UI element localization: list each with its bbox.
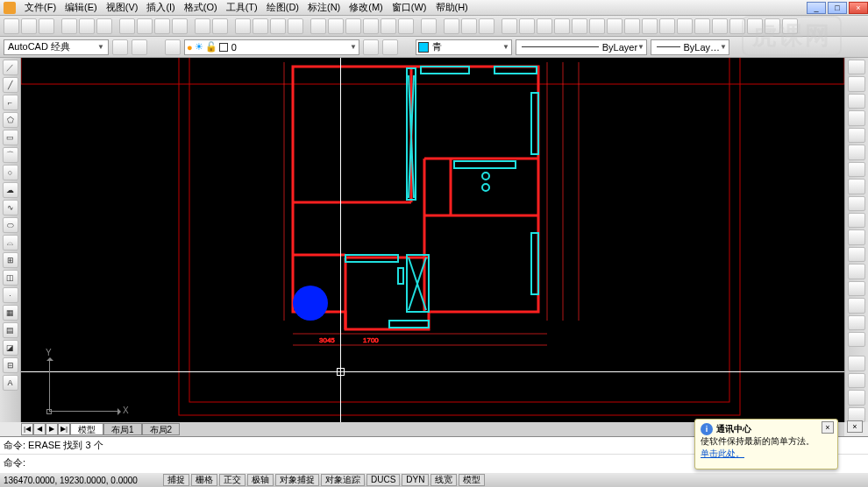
menu-help[interactable]: 帮助(H) xyxy=(432,1,472,14)
tab-model[interactable]: 模型 xyxy=(70,423,103,435)
lineweight-combo[interactable]: ByLay… ▼ xyxy=(651,39,729,55)
tab-nav-next-icon[interactable]: ▶ xyxy=(46,423,58,435)
xref-icon[interactable] xyxy=(461,18,477,34)
copy-obj-icon[interactable] xyxy=(848,76,865,91)
dim-update-icon[interactable] xyxy=(712,18,728,34)
extra-icon-a[interactable] xyxy=(729,18,745,34)
otrack-toggle[interactable]: 对象追踪 xyxy=(321,474,365,486)
toolpalette-icon[interactable] xyxy=(345,18,361,34)
dim-leader-icon[interactable] xyxy=(624,18,640,34)
menu-draw[interactable]: 绘图(D) xyxy=(263,1,302,14)
properties-icon[interactable] xyxy=(310,18,326,34)
ellipse-arc-icon[interactable]: ⌓ xyxy=(3,235,18,251)
arc-icon[interactable]: ⌒ xyxy=(3,147,18,163)
grid-toggle[interactable]: 栅格 xyxy=(191,474,217,486)
tab-nav-last-icon[interactable]: ▶| xyxy=(58,423,70,435)
mirror-icon[interactable] xyxy=(848,94,865,109)
erase-icon[interactable] xyxy=(848,60,865,74)
tray-close-button[interactable]: × xyxy=(847,420,863,433)
model-toggle[interactable]: 模型 xyxy=(459,474,485,486)
coordinates-display[interactable]: 136470.0000, 19230.0000, 0.0000 xyxy=(4,476,161,485)
break-at-point-icon[interactable] xyxy=(848,247,865,262)
dim-edit-icon[interactable] xyxy=(677,18,693,34)
dim-linear-icon[interactable] xyxy=(502,18,517,34)
mtext-icon[interactable]: A xyxy=(3,375,18,391)
area-icon[interactable] xyxy=(848,373,865,388)
sheetset-icon[interactable] xyxy=(363,18,379,34)
dyn-toggle[interactable]: DYN xyxy=(402,474,429,486)
markup-icon[interactable] xyxy=(381,18,396,34)
workspace-save-icon[interactable] xyxy=(132,39,147,55)
color-combo[interactable]: 青 ▼ xyxy=(416,39,512,55)
window-maximize-button[interactable]: □ xyxy=(828,2,847,14)
tab-nav-prev-icon[interactable]: ◀ xyxy=(33,423,46,435)
workspace-combo[interactable]: AutoCAD 经典 ▼ xyxy=(4,39,109,55)
redo-icon[interactable] xyxy=(212,18,228,34)
window-close-button[interactable]: × xyxy=(849,2,868,14)
distance-icon[interactable] xyxy=(848,356,865,371)
dim-radius-icon[interactable] xyxy=(537,18,552,34)
menu-dimension[interactable]: 标注(N) xyxy=(304,1,344,14)
snap-toggle[interactable]: 捕捉 xyxy=(163,474,189,486)
menu-window[interactable]: 窗口(W) xyxy=(388,1,430,14)
menu-file[interactable]: 文件(F) xyxy=(21,1,60,14)
point-icon[interactable]: · xyxy=(3,287,18,303)
matchprop-icon[interactable] xyxy=(172,18,188,34)
balloon-close-button[interactable]: × xyxy=(822,421,834,434)
zoom-window-icon[interactable] xyxy=(270,18,286,34)
line-icon[interactable]: ／ xyxy=(3,60,18,75)
plot-icon[interactable] xyxy=(61,18,77,34)
table-icon[interactable]: ⊟ xyxy=(3,357,18,373)
array-icon[interactable] xyxy=(848,128,865,143)
extend-icon[interactable] xyxy=(848,229,865,244)
pan-icon[interactable] xyxy=(235,18,251,34)
offset-icon[interactable] xyxy=(848,110,865,125)
menu-view[interactable]: 视图(V) xyxy=(103,1,142,14)
window-minimize-button[interactable]: _ xyxy=(807,2,826,14)
help-icon[interactable] xyxy=(421,18,437,34)
tab-nav-first-icon[interactable]: |◀ xyxy=(21,423,33,435)
move-icon[interactable] xyxy=(848,145,865,159)
join-icon[interactable] xyxy=(848,281,865,296)
menu-modify[interactable]: 修改(M) xyxy=(345,1,387,14)
menu-tools[interactable]: 工具(T) xyxy=(223,1,261,14)
insert-block-icon[interactable]: ⊞ xyxy=(3,252,18,268)
copy-icon[interactable] xyxy=(137,18,153,34)
layer-combo[interactable]: ● ☀ 🔓 0 ▼ xyxy=(184,39,359,55)
extra-icon-d[interactable] xyxy=(782,18,798,34)
gradient-icon[interactable]: ▤ xyxy=(3,322,18,338)
zoom-previous-icon[interactable] xyxy=(288,18,303,34)
polar-toggle[interactable]: 极轴 xyxy=(247,474,274,486)
make-block-icon[interactable]: ◫ xyxy=(3,270,18,286)
osnap-toggle[interactable]: 对象捕捉 xyxy=(275,474,319,486)
designcenter-icon[interactable] xyxy=(328,18,344,34)
dim-center-icon[interactable] xyxy=(659,18,675,34)
dim-aligned-icon[interactable] xyxy=(519,18,535,34)
linetype-combo[interactable]: ByLayer ▼ xyxy=(516,39,647,55)
save-icon[interactable] xyxy=(39,18,54,34)
drawing-canvas[interactable]: 3045 1700 Y X xyxy=(21,58,844,422)
dim-angular-icon[interactable] xyxy=(572,18,587,34)
new-icon[interactable] xyxy=(4,18,19,34)
dim-diameter-icon[interactable] xyxy=(554,18,570,34)
scale-icon[interactable] xyxy=(848,179,865,194)
rotate-icon[interactable] xyxy=(848,162,865,177)
trim-icon[interactable] xyxy=(848,213,865,228)
menu-edit[interactable]: 编辑(E) xyxy=(61,1,101,14)
extra-icon-b[interactable] xyxy=(747,18,763,34)
spline-icon[interactable]: ∿ xyxy=(3,200,18,215)
menu-insert[interactable]: 插入(I) xyxy=(143,1,178,14)
ellipse-icon[interactable]: ⬭ xyxy=(3,217,18,233)
list-icon[interactable] xyxy=(848,390,865,405)
menu-format[interactable]: 格式(O) xyxy=(181,1,221,14)
quickcalc-icon[interactable] xyxy=(398,18,414,34)
dim-baseline-icon[interactable] xyxy=(607,18,623,34)
revcloud-icon[interactable]: ☁ xyxy=(3,182,18,198)
layer-manager-icon[interactable] xyxy=(165,39,181,55)
layer-states-icon[interactable] xyxy=(382,39,398,55)
dim-style-icon[interactable] xyxy=(694,18,710,34)
rectangle-icon[interactable]: ▭ xyxy=(3,130,18,145)
preview-icon[interactable] xyxy=(79,18,95,34)
ref-icon[interactable] xyxy=(479,18,494,34)
balloon-link[interactable]: 单击此处。 xyxy=(701,448,832,460)
